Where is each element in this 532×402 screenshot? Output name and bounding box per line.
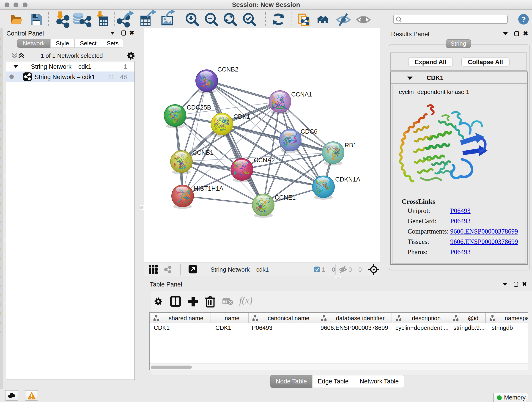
svg-text:CCNB2: CCNB2: [217, 66, 239, 73]
svg-text:CCNE1: CCNE1: [275, 194, 296, 201]
svg-text:CCNA2: CCNA2: [254, 157, 275, 164]
svg-text:CDK1: CDK1: [234, 113, 250, 120]
svg-text:HIST1H1A: HIST1H1A: [194, 185, 223, 192]
svg-text:CCNB1: CCNB1: [192, 149, 214, 156]
svg-text:CDKN1A: CDKN1A: [335, 176, 360, 183]
svg-text:CDC25B: CDC25B: [187, 104, 211, 111]
svg-text:RB1: RB1: [345, 142, 357, 149]
svg-text:CDC6: CDC6: [301, 128, 317, 135]
svg-text:CCNA1: CCNA1: [291, 91, 312, 98]
